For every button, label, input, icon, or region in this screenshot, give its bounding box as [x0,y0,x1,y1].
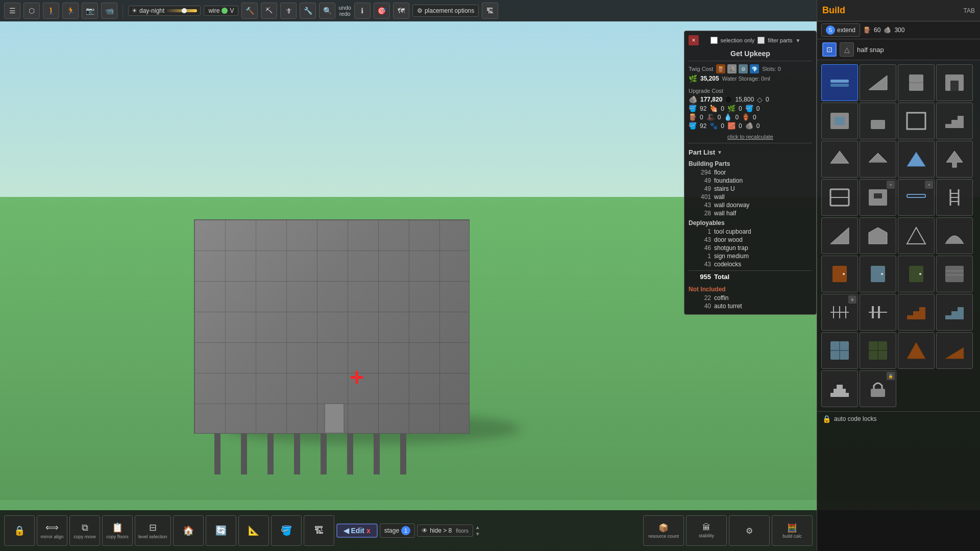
part-count-sign-medium: 1 [691,253,711,260]
sun-icon: ☀ [132,7,137,14]
placement-options-button[interactable]: ⚙ placement options [412,5,479,17]
wood-icon: 🪵 [716,64,725,73]
part-list-label: Part List [689,148,715,156]
video-icon-button[interactable]: 📹 [101,3,117,19]
day-night-slider[interactable] [166,9,197,12]
build-item-door-wood[interactable] [821,256,858,292]
tool1-button[interactable]: 🔨 [241,3,258,19]
build-item-half-wall[interactable] [860,103,896,139]
recalc-button[interactable]: click to recalculate [689,134,812,140]
settings-btn[interactable]: ⚙ [729,515,770,546]
svg-rect-62 [830,393,849,397]
part-count-codelocks: 43 [691,261,711,268]
build-item-roof-peak[interactable] [821,141,858,178]
bottom-btn-7[interactable]: 🔄 [206,515,236,546]
bottom-btn-10[interactable]: 🏗 [304,515,334,546]
wire-control[interactable]: wire V [204,6,238,16]
build-item-floor-tri[interactable] [898,332,935,369]
build-item-stairs[interactable] [936,103,973,139]
total-count: 955 [691,273,711,281]
bottom-btn-6[interactable]: 🏠 [173,515,204,546]
build-item-steps[interactable] [821,370,858,407]
selection-only-checkbox[interactable] [710,37,718,44]
snap-active-icon[interactable]: ⊡ [822,42,837,57]
build-item-garage-door[interactable] [936,256,973,292]
bottom-btn-9[interactable]: 🪣 [271,515,302,546]
build-item-ramp-wall[interactable] [821,217,858,254]
build-item-angled2[interactable] [898,217,935,254]
bottom-btn-8[interactable]: 📐 [238,515,269,546]
inspect-button[interactable]: 🔍 [319,3,335,19]
filter-dropdown-arrow[interactable]: ▼ [796,38,801,43]
cube-icon-button[interactable]: ⬡ [23,3,40,19]
build-item-wall[interactable] [898,64,935,101]
build-item-fence[interactable]: 8 [821,294,858,331]
build-item-lock[interactable]: 🔒 [860,370,896,407]
twig-cost-row: Twig Cost 🪵 🪨 ⚙ 💎 Slots: 0 [689,64,812,73]
build-item-ramp[interactable] [860,64,896,101]
copy-move-btn[interactable]: ⧉ copy move [69,515,100,546]
build-item-frame[interactable] [898,103,935,139]
target-icon-button[interactable]: 🎯 [374,3,390,19]
build-item-angled[interactable] [860,217,896,254]
build-item-ladder[interactable] [936,179,973,216]
menu-icon-button[interactable]: ☰ [4,3,20,19]
extend-label: extend [837,27,855,34]
build-item-curved[interactable] [936,217,973,254]
info-icon-button[interactable]: ℹ [354,3,371,19]
tool2-button[interactable]: ⛏ [261,3,277,19]
build-item-gate[interactable] [821,179,858,216]
edit-close-button[interactable]: x [366,527,371,535]
build-item-window[interactable] [821,103,858,139]
res-val1: 92 [700,105,706,112]
person-icon-button[interactable]: 🚶 [43,3,59,19]
build-item-stairs-metal[interactable] [936,294,973,331]
twig-cost-value-row: 🌿 35,205 Water Storage: 0ml [689,74,812,83]
day-night-control[interactable]: ☀ day-night [128,6,201,16]
filter-parts-checkbox[interactable] [757,37,765,44]
build-item-stairs-l[interactable] [898,294,935,331]
extend-button[interactable]: 5 extend [821,23,860,37]
copy-floors-btn[interactable]: 📋 copy floors [102,515,133,546]
svg-rect-53 [958,307,964,319]
map-icon-button[interactable]: 🗺 [393,3,409,19]
build-item-door-metal[interactable] [860,256,896,292]
floor-up-arrow[interactable]: ▲ [475,524,480,530]
build-item-roof-flat[interactable] [860,141,896,178]
build-item-hatch[interactable] [821,332,858,369]
slots-label: Slots: 0 [762,66,781,72]
build-item-door-armored[interactable] [898,256,935,292]
build-item-floor-ramp[interactable] [936,332,973,369]
lock-btn[interactable]: 🔒 [4,515,35,546]
part-row-foundation: 49 foundation [689,177,812,185]
build-item-embrasure[interactable]: + [860,179,896,216]
part-list-header[interactable]: Part List ▼ [689,146,812,158]
snap-inactive-icon[interactable]: △ [840,42,854,57]
run-icon-button[interactable]: 🏃 [62,3,79,19]
tool3-button[interactable]: 🗡 [280,3,297,19]
build-item-fence2[interactable] [860,294,896,331]
upkeep-close-button[interactable]: × [689,35,699,45]
build-item-triangle-floor[interactable] [898,141,935,178]
build-item-doorway[interactable] [936,64,973,101]
build-icon-button[interactable]: 🏗 [482,3,498,19]
camera-icon-button[interactable]: 📷 [82,3,98,19]
upkeep-header: × selection only filter parts ▼ [689,35,812,45]
floor-arrows: ▲ ▼ [475,524,480,537]
build-item-floor[interactable] [821,64,858,101]
resource-count-btn[interactable]: 📦 resource count [643,515,684,546]
floor-down-arrow[interactable]: ▼ [475,531,480,537]
placement-options-label: placement options [425,7,474,14]
stability-btn[interactable]: 🏛 stability [686,515,727,546]
build-calc-btn[interactable]: 🧮 build calc [772,515,813,546]
deployables-label: Deployables [689,219,812,227]
mirror-align-btn[interactable]: ⟺ mirror align [37,515,67,546]
level-selection-btn[interactable]: ⊟ level selection [135,515,171,546]
twig-cost-icons: 🪵 🪨 ⚙ 💎 [716,64,759,73]
undo-label[interactable]: undo [338,5,351,11]
build-item-armored-hatch[interactable] [860,332,896,369]
build-item-arrow[interactable] [936,141,973,178]
build-item-floor-frame[interactable]: + [898,179,935,216]
redo-label[interactable]: redo [339,11,351,17]
wrench-button[interactable]: 🔧 [300,3,316,19]
